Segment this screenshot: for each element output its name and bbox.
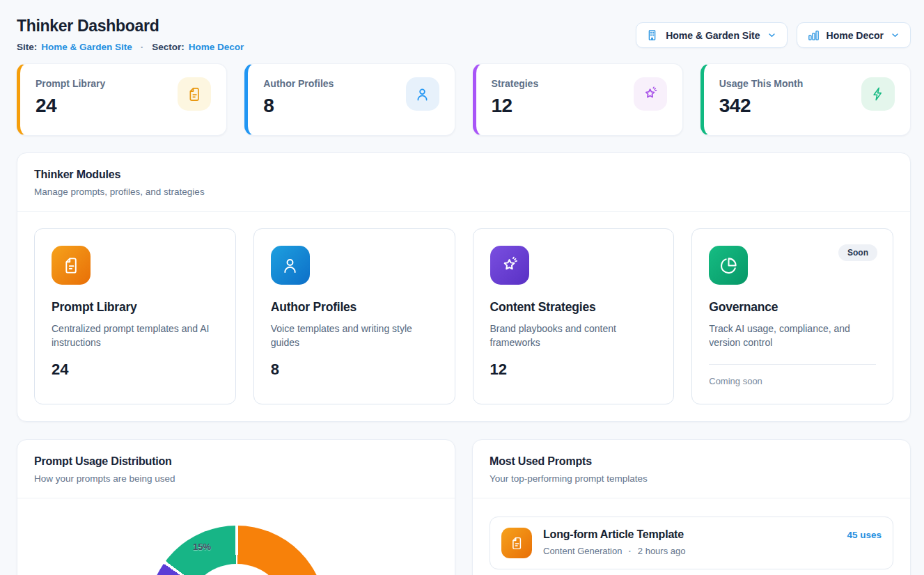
stats-row: Prompt Library 24 Author Profiles 8 Stra…: [17, 63, 911, 136]
breadcrumb-separator: ·: [141, 42, 144, 52]
prompt-item-meta: Content Generation · 2 hours ago: [543, 546, 836, 556]
module-card-content-strategies[interactable]: Content Strategies Brand playbooks and c…: [473, 228, 675, 404]
stat-card-author-profiles: Author Profiles 8: [244, 63, 455, 136]
donut-chart: 15%: [17, 498, 455, 575]
site-dropdown[interactable]: Home & Garden Site: [636, 22, 787, 48]
file-icon: [52, 246, 91, 285]
module-count: 24: [52, 361, 219, 379]
module-card-author-profiles[interactable]: Author Profiles Voice templates and writ…: [253, 228, 455, 404]
module-title: Author Profiles: [271, 300, 438, 315]
module-count: 12: [490, 361, 657, 379]
module-description: Brand playbooks and content frameworks: [490, 322, 657, 350]
divider: [473, 498, 910, 498]
chevron-down-icon: [890, 30, 900, 40]
prompt-item-title: Long-form Article Template: [543, 528, 836, 541]
stat-card-prompt-library: Prompt Library 24: [17, 63, 227, 136]
module-title: Governance: [709, 300, 876, 315]
usage-card-subtitle: How your prompts are being used: [34, 473, 438, 484]
bottom-row: Prompt Usage Distribution How your promp…: [17, 439, 911, 575]
module-description: Centralized prompt templates and AI inst…: [52, 322, 219, 350]
prompt-item-uses-badge: 45 uses: [847, 530, 882, 540]
stat-card-strategies: Strategies 12: [473, 63, 683, 136]
sector-label: Sector:: [152, 42, 185, 52]
soon-badge: Soon: [838, 244, 877, 261]
most-used-prompts-card: Most Used Prompts Your top-performing pr…: [472, 439, 911, 575]
module-title: Prompt Library: [52, 300, 219, 315]
site-link[interactable]: Home & Garden Site: [41, 42, 132, 52]
pie-chart-icon: [709, 246, 748, 285]
modules-panel-header: Thinker Modules Manage prompts, profiles…: [17, 153, 910, 211]
module-card-prompt-library[interactable]: Prompt Library Centralized prompt templa…: [34, 228, 236, 404]
file-icon: [501, 528, 532, 558]
sector-link[interactable]: Home Decor: [189, 42, 244, 52]
sector-dropdown[interactable]: Home Decor: [797, 22, 911, 48]
modules-section-subtitle: Manage prompts, profiles, and strategies: [34, 187, 893, 197]
prompts-card-header: Most Used Prompts Your top-performing pr…: [473, 440, 910, 498]
prompt-list-item[interactable]: Long-form Article Template Content Gener…: [490, 517, 893, 569]
module-description: Voice templates and writing style guides: [271, 322, 438, 350]
divider: [709, 364, 876, 365]
person-icon: [271, 246, 310, 285]
chevron-down-icon: [767, 30, 777, 40]
stat-card-usage: Usage This Month 342: [700, 63, 911, 136]
prompt-item-time: 2 hours ago: [638, 546, 686, 556]
site-label: Site:: [17, 42, 37, 52]
building-icon: [646, 29, 659, 42]
meta-separator: ·: [628, 546, 631, 556]
usage-card-header: Prompt Usage Distribution How your promp…: [17, 440, 455, 498]
module-description: Track AI usage, compliance, and version …: [709, 322, 876, 350]
module-count: 8: [271, 361, 438, 379]
site-dropdown-label: Home & Garden Site: [666, 30, 760, 41]
donut-slice-label: 15%: [193, 541, 211, 551]
header-actions: Home & Garden Site Home Decor: [636, 22, 911, 48]
prompt-item-main: Long-form Article Template Content Gener…: [543, 528, 836, 556]
coming-soon-text: Coming soon: [709, 376, 876, 386]
person-icon: [406, 77, 439, 111]
prompts-card-title: Most Used Prompts: [490, 455, 893, 468]
prompts-card-subtitle: Your top-performing prompt templates: [490, 473, 893, 484]
dashboard-page: Thinker Dashboard Site: Home & Garden Si…: [0, 0, 924, 575]
page-header: Thinker Dashboard Site: Home & Garden Si…: [17, 17, 911, 52]
prompt-item-category: Content Generation: [543, 546, 622, 556]
sparkle-star-icon: [490, 246, 529, 285]
modules-grid: Prompt Library Centralized prompt templa…: [17, 212, 910, 421]
module-title: Content Strategies: [490, 300, 657, 315]
sector-dropdown-label: Home Decor: [827, 30, 884, 41]
thinker-modules-panel: Thinker Modules Manage prompts, profiles…: [17, 152, 911, 422]
modules-section-title: Thinker Modules: [34, 168, 893, 181]
file-icon: [178, 77, 211, 111]
prompt-usage-card: Prompt Usage Distribution How your promp…: [17, 439, 455, 575]
bar-chart-icon: [807, 29, 820, 42]
usage-card-title: Prompt Usage Distribution: [34, 455, 438, 468]
bolt-icon: [861, 77, 895, 111]
module-card-governance: Soon Governance Track AI usage, complian…: [691, 228, 893, 404]
sparkle-star-icon: [634, 77, 667, 111]
